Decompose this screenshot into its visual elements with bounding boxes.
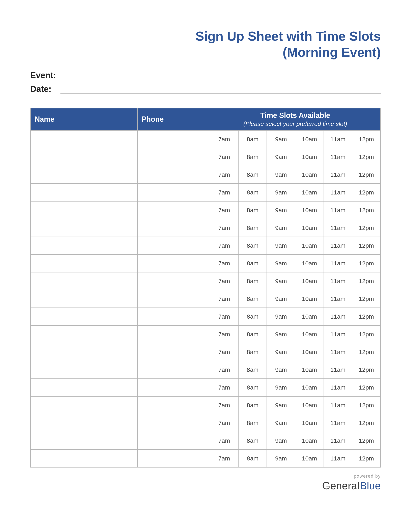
timeslot-cell[interactable]: 7am (210, 325, 238, 343)
timeslot-cell[interactable]: 7am (210, 290, 238, 308)
timeslot-cell[interactable]: 12pm (352, 237, 381, 255)
timeslot-cell[interactable]: 12pm (352, 166, 381, 184)
timeslot-cell[interactable]: 8am (238, 414, 267, 432)
timeslot-cell[interactable]: 8am (238, 237, 267, 255)
timeslot-cell[interactable]: 9am (267, 237, 295, 255)
timeslot-cell[interactable]: 10am (295, 414, 324, 432)
timeslot-cell[interactable]: 10am (295, 166, 324, 184)
timeslot-cell[interactable]: 12pm (352, 219, 381, 237)
timeslot-cell[interactable]: 9am (267, 325, 295, 343)
name-cell[interactable] (30, 396, 137, 414)
timeslot-cell[interactable]: 12pm (352, 325, 381, 343)
timeslot-cell[interactable]: 7am (210, 308, 238, 325)
phone-cell[interactable] (137, 325, 210, 343)
timeslot-cell[interactable]: 8am (238, 290, 267, 308)
timeslot-cell[interactable]: 9am (267, 432, 295, 450)
timeslot-cell[interactable]: 8am (238, 166, 267, 184)
name-cell[interactable] (30, 361, 137, 379)
timeslot-cell[interactable]: 11am (324, 130, 352, 148)
phone-cell[interactable] (137, 308, 210, 325)
timeslot-cell[interactable]: 8am (238, 219, 267, 237)
timeslot-cell[interactable]: 11am (324, 290, 352, 308)
name-cell[interactable] (30, 272, 137, 290)
timeslot-cell[interactable]: 11am (324, 308, 352, 325)
timeslot-cell[interactable]: 10am (295, 237, 324, 255)
timeslot-cell[interactable]: 8am (238, 450, 267, 467)
timeslot-cell[interactable]: 12pm (352, 148, 381, 166)
phone-cell[interactable] (137, 184, 210, 201)
timeslot-cell[interactable]: 11am (324, 361, 352, 379)
name-cell[interactable] (30, 255, 137, 272)
phone-cell[interactable] (137, 343, 210, 361)
name-cell[interactable] (30, 432, 137, 450)
timeslot-cell[interactable]: 8am (238, 255, 267, 272)
timeslot-cell[interactable]: 10am (295, 148, 324, 166)
timeslot-cell[interactable]: 9am (267, 450, 295, 467)
timeslot-cell[interactable]: 12pm (352, 272, 381, 290)
phone-cell[interactable] (137, 272, 210, 290)
timeslot-cell[interactable]: 10am (295, 290, 324, 308)
timeslot-cell[interactable]: 10am (295, 255, 324, 272)
timeslot-cell[interactable]: 8am (238, 272, 267, 290)
timeslot-cell[interactable]: 10am (295, 361, 324, 379)
name-cell[interactable] (30, 148, 137, 166)
timeslot-cell[interactable]: 9am (267, 379, 295, 396)
timeslot-cell[interactable]: 7am (210, 184, 238, 201)
phone-cell[interactable] (137, 432, 210, 450)
timeslot-cell[interactable]: 12pm (352, 361, 381, 379)
timeslot-cell[interactable]: 10am (295, 396, 324, 414)
timeslot-cell[interactable]: 10am (295, 219, 324, 237)
timeslot-cell[interactable]: 10am (295, 450, 324, 467)
timeslot-cell[interactable]: 12pm (352, 255, 381, 272)
timeslot-cell[interactable]: 11am (324, 325, 352, 343)
timeslot-cell[interactable]: 10am (295, 379, 324, 396)
timeslot-cell[interactable]: 12pm (352, 396, 381, 414)
name-cell[interactable] (30, 450, 137, 467)
timeslot-cell[interactable]: 10am (295, 184, 324, 201)
timeslot-cell[interactable]: 10am (295, 343, 324, 361)
timeslot-cell[interactable]: 7am (210, 379, 238, 396)
timeslot-cell[interactable]: 9am (267, 343, 295, 361)
timeslot-cell[interactable]: 10am (295, 432, 324, 450)
timeslot-cell[interactable]: 7am (210, 219, 238, 237)
name-cell[interactable] (30, 166, 137, 184)
date-input-line[interactable] (60, 85, 381, 94)
timeslot-cell[interactable]: 11am (324, 343, 352, 361)
timeslot-cell[interactable]: 9am (267, 396, 295, 414)
name-cell[interactable] (30, 219, 137, 237)
timeslot-cell[interactable]: 9am (267, 184, 295, 201)
timeslot-cell[interactable]: 7am (210, 343, 238, 361)
phone-cell[interactable] (137, 166, 210, 184)
name-cell[interactable] (30, 201, 137, 219)
name-cell[interactable] (30, 414, 137, 432)
timeslot-cell[interactable]: 8am (238, 396, 267, 414)
phone-cell[interactable] (137, 379, 210, 396)
timeslot-cell[interactable]: 11am (324, 379, 352, 396)
timeslot-cell[interactable]: 11am (324, 432, 352, 450)
timeslot-cell[interactable]: 11am (324, 148, 352, 166)
timeslot-cell[interactable]: 7am (210, 432, 238, 450)
timeslot-cell[interactable]: 9am (267, 308, 295, 325)
timeslot-cell[interactable]: 7am (210, 255, 238, 272)
name-cell[interactable] (30, 184, 137, 201)
phone-cell[interactable] (137, 148, 210, 166)
timeslot-cell[interactable]: 12pm (352, 290, 381, 308)
name-cell[interactable] (30, 308, 137, 325)
timeslot-cell[interactable]: 9am (267, 219, 295, 237)
timeslot-cell[interactable]: 8am (238, 130, 267, 148)
phone-cell[interactable] (137, 237, 210, 255)
name-cell[interactable] (30, 290, 137, 308)
timeslot-cell[interactable]: 9am (267, 166, 295, 184)
timeslot-cell[interactable]: 11am (324, 450, 352, 467)
phone-cell[interactable] (137, 450, 210, 467)
phone-cell[interactable] (137, 255, 210, 272)
name-cell[interactable] (30, 130, 137, 148)
phone-cell[interactable] (137, 361, 210, 379)
timeslot-cell[interactable]: 12pm (352, 432, 381, 450)
timeslot-cell[interactable]: 11am (324, 272, 352, 290)
phone-cell[interactable] (137, 219, 210, 237)
timeslot-cell[interactable]: 9am (267, 148, 295, 166)
timeslot-cell[interactable]: 8am (238, 308, 267, 325)
name-cell[interactable] (30, 237, 137, 255)
timeslot-cell[interactable]: 12pm (352, 450, 381, 467)
